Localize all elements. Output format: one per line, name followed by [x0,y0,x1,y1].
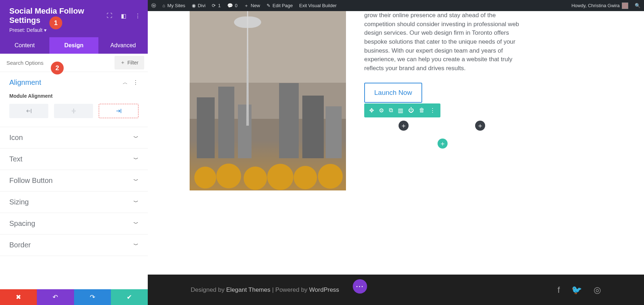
section-text-head[interactable]: Text ﹀ [0,149,148,170]
updates-link[interactable]: ⟳1 [212,3,220,8]
page-area: grow their online presence and stay ahea… [148,11,644,305]
footer-credits: Designed by Elegant Themes | Powered by … [191,286,339,294]
align-left-icon [26,108,32,114]
kebab-icon[interactable]: ⋮ [430,107,435,114]
chevron-down-icon: ﹀ [133,242,138,248]
kebab-icon[interactable]: ⋮ [135,13,141,19]
comments-link[interactable]: 💬0 [227,3,238,8]
filter-button[interactable]: ＋ Filter [114,56,144,69]
section-text: Text ﹀ [0,149,148,170]
expand-icon[interactable]: ⛶ [107,13,112,19]
new-link[interactable]: ＋New [244,3,260,9]
chevron-up-icon: ︿ [123,79,128,86]
site-link[interactable]: ◉Divi [192,3,206,8]
section-spacing: Spacing ﹀ [0,213,148,234]
section-spacing-title: Spacing [9,219,35,228]
redo-icon: ↷ [90,293,95,301]
section-sizing-head[interactable]: Sizing ﹀ [0,192,148,213]
plus-icon: ＋ [439,139,446,148]
wordpress-link[interactable]: WordPress [309,286,339,293]
duplicate-icon[interactable]: ⧉ [389,107,393,114]
add-row-button[interactable]: ＋ [438,139,448,149]
section-alignment-title: Alignment [9,78,41,87]
chevron-down-icon: ﹀ [133,178,138,184]
add-module-button-right[interactable]: ＋ [475,121,485,131]
hero-image [190,11,346,190]
preset-dropdown[interactable]: Preset: Default ▾ [9,27,141,33]
comment-icon: 💬 [227,3,233,8]
align-left-button[interactable] [9,104,48,118]
align-center-button[interactable] [54,104,93,118]
footer-social: f 🐦 ◎ [557,285,601,295]
body-copy: grow their online presence and stay ahea… [364,11,522,73]
kebab-icon[interactable]: ⋮ [133,79,138,86]
chevron-down-icon: ﹀ [133,199,138,205]
facebook-icon[interactable]: f [557,285,560,295]
section-icon-title: Icon [9,134,23,142]
panel-body: Alignment ︿ ⋮ Module Alignment [0,72,148,289]
cancel-button[interactable]: ✖ [0,289,37,305]
section-sizing-title: Sizing [9,198,29,206]
caret-down-icon: ▾ [44,27,47,33]
undo-icon: ↶ [53,293,58,301]
tab-content[interactable]: Content [0,37,49,54]
wp-admin-bar: ⓦ ⌂My Sites ◉Divi ⟳1 💬0 ＋New ✎Edit Page … [148,0,644,11]
tab-design[interactable]: Design [49,37,99,54]
section-border-head[interactable]: Border ﹀ [0,234,148,256]
wordpress-icon: ⓦ [151,3,156,9]
preset-label: Preset: Default [9,27,43,33]
align-right-button[interactable] [99,104,138,118]
tower-pod [234,16,261,28]
plus-icon: ＋ [477,121,483,130]
search-icon: 🔍 [635,3,640,8]
howdy-link[interactable]: Howdy, Christina Gwira [571,3,628,9]
section-text-title: Text [9,155,23,163]
trash-icon[interactable]: 🗑 [419,107,425,114]
add-module-button-left[interactable]: ＋ [399,121,409,131]
chevron-down-icon: ﹀ [133,135,138,141]
panel-title: Social Media Follow Settings [9,6,107,25]
gear-icon[interactable]: ⚙ [379,107,384,114]
plus-icon: ＋ [400,121,407,130]
dashboard-icon: ◉ [192,3,196,8]
search-toggle[interactable]: 🔍 [635,3,640,8]
move-icon[interactable]: ✥ [369,107,374,114]
filter-label: Filter [127,60,138,66]
sites-icon: ⌂ [162,3,165,8]
align-right-icon [116,108,122,114]
twitter-icon[interactable]: 🐦 [571,285,582,295]
power-icon[interactable]: ⏻ [408,107,414,114]
wp-logo[interactable]: ⓦ [151,3,156,9]
section-alignment-head[interactable]: Alignment ︿ ⋮ [0,72,148,93]
section-border-title: Border [9,241,31,249]
instagram-icon[interactable]: ◎ [594,285,601,295]
ellipsis-icon: ⋯ [356,282,364,291]
my-sites-link[interactable]: ⌂My Sites [162,3,185,8]
chevron-down-icon: ﹀ [133,221,138,227]
module-toolbar: ✥ ⚙ ⧉ ▥ ⏻ 🗑 ⋮ [364,103,440,117]
section-icon-head[interactable]: Icon ﹀ [0,127,148,148]
redo-button[interactable]: ↷ [74,289,111,305]
tab-advanced[interactable]: Advanced [98,37,148,54]
search-input[interactable] [0,55,114,71]
section-border: Border ﹀ [0,234,148,256]
columns-icon[interactable]: ▥ [398,107,403,114]
section-follow-button: Follow Button ﹀ [0,170,148,192]
edit-page-link[interactable]: ✎Edit Page [267,3,293,8]
section-alignment: Alignment ︿ ⋮ Module Alignment [0,72,148,127]
elegant-themes-link[interactable]: Elegant Themes [226,286,270,293]
section-spacing-head[interactable]: Spacing ﹀ [0,213,148,234]
exit-visual-builder-link[interactable]: Exit Visual Builder [299,3,337,8]
chevron-down-icon: ﹀ [133,156,138,163]
align-center-icon [70,108,77,114]
panel-header: Social Media Follow Settings ⛶ ◧ ⋮ Prese… [0,0,148,37]
launch-now-button[interactable]: Launch Now [364,83,422,103]
builder-fab[interactable]: ⋯ [353,279,367,294]
section-icon: Icon ﹀ [0,127,148,149]
plus-icon: ＋ [244,3,249,9]
module-alignment-label: Module Alignment [9,93,138,99]
drag-modal-icon[interactable]: ◧ [121,13,126,19]
save-button[interactable]: ✔ [111,289,148,305]
section-follow-button-head[interactable]: Follow Button ﹀ [0,170,148,191]
undo-button[interactable]: ↶ [37,289,74,305]
